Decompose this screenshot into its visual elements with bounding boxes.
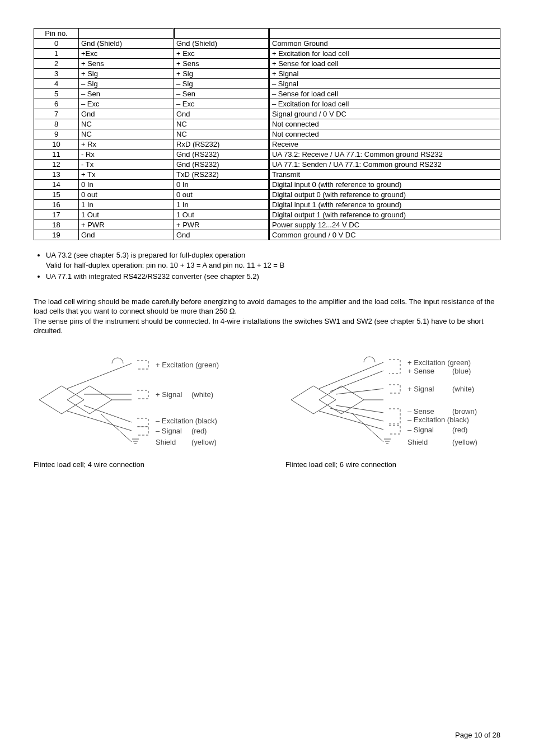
- cell: - Tx: [79, 160, 174, 170]
- table-row: 1+Exc+ Exc+ Excitation for load cell: [34, 49, 500, 59]
- svg-text:(yellow): (yellow): [191, 438, 217, 446]
- cell: UA 77.1: Senden / UA 77.1: Common ground…: [269, 160, 500, 170]
- cell: TxD (RS232): [174, 170, 269, 180]
- table-row: 161 In1 InDigital input 1 (with referenc…: [34, 200, 500, 210]
- svg-line-21: [336, 405, 383, 413]
- cell-pin: 7: [34, 109, 79, 119]
- cell: NC: [174, 129, 269, 139]
- cell: Common ground / 0 V DC: [269, 230, 500, 240]
- cell: – Sense for load cell: [269, 89, 500, 99]
- table-row: 19GndGndCommon ground / 0 V DC: [34, 230, 500, 240]
- cell: RxD (RS232): [174, 139, 269, 150]
- svg-line-24: [353, 414, 383, 442]
- svg-text:+ Excitation (green): + Excitation (green): [407, 358, 471, 367]
- svg-line-5: [101, 414, 132, 442]
- cell: 0 In: [174, 180, 269, 190]
- svg-text:+ Signal: + Signal: [407, 385, 434, 393]
- cell: Signal ground / 0 V DC: [269, 109, 500, 119]
- cell: + Sig: [79, 69, 174, 79]
- cell: 0 In: [79, 180, 174, 190]
- svg-text:(red): (red): [452, 426, 467, 434]
- svg-line-23: [319, 411, 383, 430]
- cell: NC: [79, 119, 174, 129]
- cell: Gnd: [79, 109, 174, 119]
- diagram-4wire-svg: + Excitation (green) + Signal(white) – E…: [34, 355, 235, 450]
- cell-pin: 17: [34, 210, 79, 220]
- cell-pin: 16: [34, 200, 79, 210]
- cell: 0 out: [79, 190, 174, 200]
- svg-line-1: [67, 363, 132, 389]
- table-header-row: Pin no.: [34, 29, 500, 39]
- cell: – Sig: [79, 79, 174, 89]
- cell: Digital output 0 (with reference to grou…: [269, 190, 500, 200]
- svg-text:– Excitation (black): – Excitation (black): [407, 416, 469, 424]
- cell: NC: [79, 129, 174, 139]
- cell: 1 Out: [79, 210, 174, 220]
- svg-line-18: [319, 362, 383, 389]
- svg-text:(red): (red): [191, 427, 207, 435]
- diagram-6wire-svg: + Excitation (green) + Sense(blue) + Sig…: [285, 355, 498, 450]
- svg-text:– Signal: – Signal: [156, 427, 182, 435]
- cell-pin: 11: [34, 150, 79, 160]
- cell: + Excitation for load cell: [269, 49, 500, 59]
- table-row: 171 Out1 OutDigital output 1 (with refer…: [34, 210, 500, 220]
- cell: + PWR: [174, 220, 269, 230]
- cell: + Sense for load cell: [269, 59, 500, 69]
- diagram-4wire: + Excitation (green) + Signal(white) – E…: [34, 355, 235, 469]
- col-h4: [269, 29, 500, 39]
- wiring-paragraph: The load cell wiring should be made care…: [34, 297, 500, 336]
- table-row: 150 out0 outDigital output 0 (with refer…: [34, 190, 500, 200]
- cell: + Tx: [79, 170, 174, 180]
- diagram-6wire: + Excitation (green) + Sense(blue) + Sig…: [285, 355, 498, 469]
- svg-text:– Excitation (black): – Excitation (black): [156, 417, 217, 425]
- table-row: 5– Sen– Sen– Sense for load cell: [34, 89, 500, 99]
- table-row: 0Gnd (Shield)Gnd (Shield)Common Ground: [34, 39, 500, 49]
- cell-pin: 19: [34, 230, 79, 240]
- col-h3: [174, 29, 269, 39]
- svg-line-20: [336, 389, 383, 394]
- cell: + Sig: [174, 69, 269, 79]
- cell: + Sens: [174, 59, 269, 69]
- cell-pin: 0: [34, 39, 79, 49]
- page-footer: Page 10 of 28: [455, 731, 500, 739]
- cell: + Rx: [79, 139, 174, 150]
- cell: Receive: [269, 139, 500, 150]
- cell: Gnd (RS232): [174, 160, 269, 170]
- table-row: 10+ RxRxD (RS232)Receive: [34, 139, 500, 150]
- svg-text:– Sense: – Sense: [407, 407, 434, 416]
- table-row: 9NCNCNot connected: [34, 129, 500, 139]
- svg-text:(brown): (brown): [452, 407, 477, 416]
- svg-text:(yellow): (yellow): [452, 438, 477, 446]
- table-row: 6– Exc– Exc– Excitation for load cell: [34, 99, 500, 109]
- cell-pin: 15: [34, 190, 79, 200]
- svg-text:(white): (white): [452, 385, 474, 393]
- diagram-4wire-caption: Flintec load cell; 4 wire connection: [34, 460, 235, 469]
- cell-pin: 3: [34, 69, 79, 79]
- cell: - Rx: [79, 150, 174, 160]
- cell-pin: 6: [34, 99, 79, 109]
- cell: Transmit: [269, 170, 500, 180]
- note-1: UA 73.2 (see chapter 5.3) is prepared fo…: [46, 250, 500, 270]
- cell: +Exc: [79, 49, 174, 59]
- cell-pin: 5: [34, 89, 79, 99]
- cell: UA 73.2: Receive / UA 77.1: Common groun…: [269, 150, 500, 160]
- cell: Digital input 0 (with reference to groun…: [269, 180, 500, 190]
- cell: Gnd (Shield): [79, 39, 174, 49]
- cell-pin: 14: [34, 180, 79, 190]
- cell: Digital input 1 (with reference to groun…: [269, 200, 500, 210]
- cell: – Exc: [79, 99, 174, 109]
- col-pin-no: Pin no.: [34, 29, 79, 39]
- cell-pin: 18: [34, 220, 79, 230]
- cell-pin: 4: [34, 79, 79, 89]
- cell: – Sen: [174, 89, 269, 99]
- svg-text:Shield: Shield: [407, 438, 428, 446]
- cell: + Sens: [79, 59, 174, 69]
- table-row: 4– Sig– Sig– Signal: [34, 79, 500, 89]
- cell: – Sen: [79, 89, 174, 99]
- svg-text:+ Excitation (green): + Excitation (green): [156, 361, 219, 369]
- cell: – Excitation for load cell: [269, 99, 500, 109]
- cell: Gnd: [174, 109, 269, 119]
- table-row: 8NCNCNot connected: [34, 119, 500, 129]
- cell: Power supply 12...24 V DC: [269, 220, 500, 230]
- table-row: 11- RxGnd (RS232)UA 73.2: Receive / UA 7…: [34, 150, 500, 160]
